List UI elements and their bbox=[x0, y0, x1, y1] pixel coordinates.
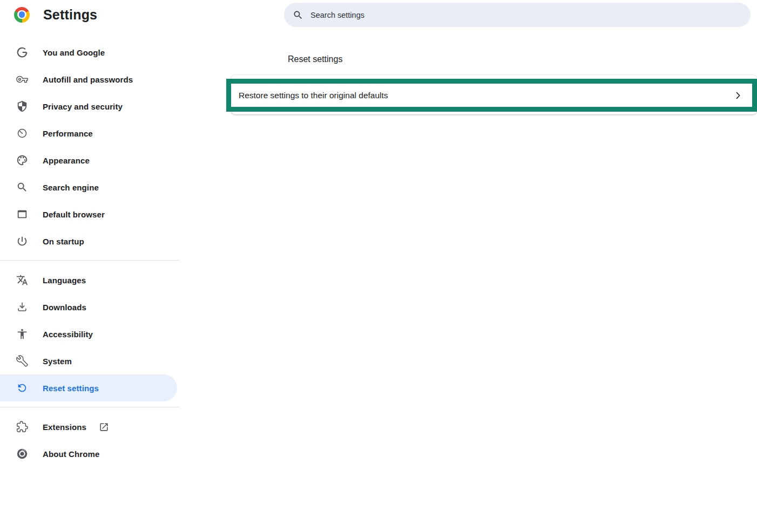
search-icon bbox=[16, 181, 28, 193]
palette-icon bbox=[16, 154, 28, 166]
sidebar-item-label: Downloads bbox=[43, 303, 86, 312]
browser-window-icon bbox=[16, 208, 28, 220]
chrome-logo-blue-core bbox=[19, 11, 25, 18]
sidebar-item-label: Extensions bbox=[43, 422, 86, 432]
wrench-icon bbox=[16, 355, 28, 367]
sidebar-header: Settings bbox=[14, 6, 97, 23]
sidebar-nav: You and GoogleAutofill and passwordsPriv… bbox=[0, 39, 179, 467]
chrome-settings-page: Settings You and GoogleAutofill and pass… bbox=[0, 0, 757, 532]
sidebar-item-label: Appearance bbox=[43, 156, 90, 165]
sidebar-item-search-engine[interactable]: Search engine bbox=[0, 174, 177, 201]
sidebar-item-label: Search engine bbox=[43, 183, 99, 192]
sidebar-item-label: System bbox=[43, 357, 72, 366]
sidebar-item-label: You and Google bbox=[43, 48, 105, 57]
sidebar-item-label: About Chrome bbox=[43, 449, 99, 459]
sidebar-item-reset-settings[interactable]: Reset settings bbox=[0, 374, 177, 401]
chrome-gray-icon bbox=[16, 448, 28, 460]
puzzle-icon bbox=[16, 421, 28, 433]
sidebar-divider bbox=[0, 407, 179, 407]
sidebar-item-system[interactable]: System bbox=[0, 347, 177, 374]
search-bar bbox=[284, 3, 751, 27]
sidebar-item-label: Languages bbox=[43, 276, 86, 285]
key-icon bbox=[16, 73, 28, 85]
restore-defaults-label: Restore settings to their original defau… bbox=[239, 91, 388, 100]
power-icon bbox=[16, 235, 28, 247]
sidebar-item-accessibility[interactable]: Accessibility bbox=[0, 320, 177, 347]
accessibility-icon bbox=[16, 328, 28, 340]
sidebar-item-downloads[interactable]: Downloads bbox=[0, 294, 177, 320]
chrome-logo-white-ring bbox=[17, 10, 26, 19]
page-title: Settings bbox=[43, 7, 97, 23]
sidebar-item-appearance[interactable]: Appearance bbox=[0, 147, 177, 174]
sidebar-item-label: Privacy and security bbox=[43, 102, 123, 111]
sidebar-item-languages[interactable]: Languages bbox=[0, 267, 177, 294]
sidebar-item-label: Default browser bbox=[43, 210, 105, 219]
sidebar-item-performance[interactable]: Performance bbox=[0, 120, 177, 147]
sidebar-item-label: On startup bbox=[43, 237, 84, 246]
section-heading: Reset settings bbox=[288, 54, 342, 64]
sidebar-item-privacy-and-security[interactable]: Privacy and security bbox=[0, 93, 177, 120]
search-input[interactable] bbox=[309, 10, 742, 20]
reset-icon bbox=[16, 382, 28, 394]
translate-icon bbox=[16, 274, 28, 286]
chevron-right-icon bbox=[733, 90, 744, 101]
sidebar-item-you-and-google[interactable]: You and Google bbox=[0, 39, 177, 66]
sidebar-item-autofill-and-passwords[interactable]: Autofill and passwords bbox=[0, 66, 177, 93]
open-in-new-icon bbox=[99, 422, 109, 432]
sidebar-item-on-startup[interactable]: On startup bbox=[0, 228, 177, 255]
sidebar-item-about-chrome[interactable]: About Chrome bbox=[0, 440, 177, 467]
sidebar-item-default-browser[interactable]: Default browser bbox=[0, 201, 177, 228]
sidebar-item-label: Accessibility bbox=[43, 330, 93, 339]
shield-icon bbox=[16, 100, 28, 112]
sidebar-item-extensions[interactable]: Extensions bbox=[0, 413, 177, 440]
restore-defaults-row[interactable]: Restore settings to their original defau… bbox=[226, 79, 757, 112]
sidebar-item-label: Reset settings bbox=[43, 384, 99, 393]
download-icon bbox=[16, 301, 28, 313]
chrome-logo-icon bbox=[14, 7, 30, 23]
sidebar-item-label: Autofill and passwords bbox=[43, 75, 133, 84]
search-icon bbox=[293, 10, 303, 21]
sidebar-item-label: Performance bbox=[43, 129, 93, 138]
google-g-icon bbox=[16, 46, 28, 58]
sidebar-divider bbox=[0, 260, 179, 261]
speedometer-icon bbox=[16, 127, 28, 139]
